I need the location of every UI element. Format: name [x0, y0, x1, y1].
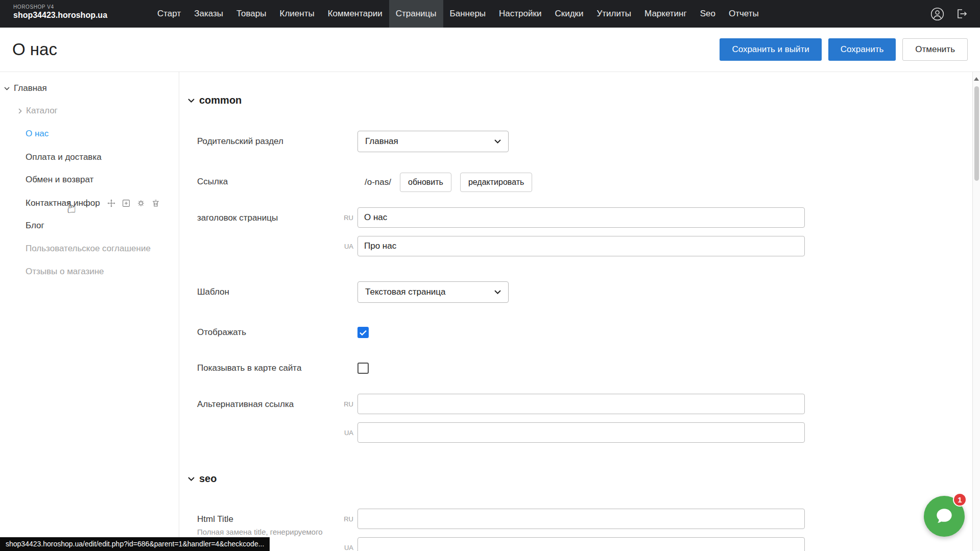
section-common[interactable]: common	[188, 94, 242, 106]
gear-icon[interactable]	[136, 199, 146, 208]
menu-item-utilities[interactable]: Утилиты	[590, 0, 638, 28]
menu-item-marketing[interactable]: Маркетинг	[638, 0, 694, 28]
check-icon	[360, 330, 367, 336]
menu-item-reports[interactable]: Отчеты	[722, 0, 766, 28]
link-preview-statusbar: shop34423.horoshop.ua/edit/edit.php?id=6…	[0, 537, 270, 551]
chevron-right-icon	[18, 108, 22, 114]
topbar-icons	[930, 0, 969, 28]
sitemap-label: Показывать в карте сайта	[197, 363, 301, 373]
template-label: Шаблон	[197, 287, 229, 297]
page-header: О нас Сохранить и выйти Сохранить Отмени…	[0, 28, 980, 72]
sidebar-item-label: Обмен и возврат	[26, 175, 93, 185]
menu-item-settings[interactable]: Настройки	[492, 0, 548, 28]
menu-item-pages[interactable]: Страницы	[389, 0, 443, 28]
save-button[interactable]: Сохранить	[828, 38, 896, 61]
chevron-down-icon	[188, 477, 195, 481]
chat-widget-button[interactable]: 1	[924, 496, 965, 537]
edit-link-button[interactable]: редактировать	[460, 173, 532, 192]
logout-icon[interactable]	[954, 7, 969, 21]
menu-item-seo[interactable]: Seo	[694, 0, 722, 28]
sidebar-item-glavnaya[interactable]: Главная	[4, 82, 47, 95]
sidebar-item-label: О нас	[26, 129, 49, 139]
page-title-label: заголовок страницы	[197, 213, 278, 223]
sidebar-item-label: Блог	[26, 221, 44, 231]
menu-item-start[interactable]: Старт	[151, 0, 187, 28]
chevron-down-icon	[4, 87, 10, 90]
chevron-down-icon	[188, 99, 195, 103]
lang-tag-ua: UA	[338, 429, 353, 437]
form-content: common Родительский раздел Главная Ссылк…	[179, 72, 972, 551]
sidebar-item-soglashenie[interactable]: Пользовательское соглашение	[26, 242, 151, 255]
refresh-link-button[interactable]: обновить	[400, 173, 451, 192]
chat-unread-badge: 1	[953, 493, 967, 507]
add-icon[interactable]	[122, 199, 131, 208]
template-select[interactable]: Текстовая страница	[357, 281, 509, 303]
sidebar-item-label: Главная	[14, 83, 47, 93]
html-title-ua-input[interactable]	[357, 537, 805, 551]
alt-link-ua-input[interactable]	[357, 422, 805, 443]
section-label: seo	[199, 473, 217, 485]
alt-link-label: Альтернативная ссылка	[197, 399, 294, 410]
sidebar-tree: Главная Каталог О нас Оплата и доставка …	[0, 72, 179, 551]
sidebar-item-kontaktnaya[interactable]: Контактная инфор	[26, 197, 160, 210]
chat-bubble-icon	[934, 506, 954, 526]
sidebar-item-o-nas[interactable]: О нас	[26, 127, 49, 140]
sidebar-item-label: Пользовательское соглашение	[26, 244, 151, 254]
display-label: Отображать	[197, 327, 246, 338]
lang-tag-ru: RU	[338, 400, 353, 408]
sidebar-item-obmen[interactable]: Обмен и возврат	[26, 173, 93, 186]
lang-tag-ru: RU	[338, 515, 353, 523]
html-title-label: Html Title	[197, 514, 233, 524]
scroll-up-arrow[interactable]	[974, 77, 979, 81]
save-and-exit-button[interactable]: Сохранить и выйти	[720, 38, 821, 61]
sidebar-item-label: Отзывы о магазине	[26, 267, 104, 277]
page-title-ua-input[interactable]	[357, 236, 805, 256]
lang-tag-ua: UA	[338, 243, 353, 250]
topbar: HOROSHOP V4 shop34423.horoshop.ua Старт …	[0, 0, 980, 28]
scrollbar-thumb[interactable]	[974, 86, 979, 181]
sitemap-checkbox[interactable]	[357, 363, 369, 374]
sidebar-item-label: Каталог	[26, 106, 58, 116]
page: HOROSHOP V4 shop34423.horoshop.ua Старт …	[0, 0, 980, 551]
parent-section-label: Родительский раздел	[197, 136, 283, 147]
menu-item-orders[interactable]: Заказы	[187, 0, 230, 28]
menu-item-discounts[interactable]: Скидки	[548, 0, 590, 28]
menu-item-banners[interactable]: Баннеры	[443, 0, 493, 28]
trash-icon[interactable]	[151, 199, 160, 208]
html-title-hint: Полная замена title, генерируемого	[197, 528, 323, 536]
html-title-ru-input[interactable]	[357, 509, 805, 529]
alt-link-ru-input[interactable]	[357, 394, 805, 414]
menu-item-clients[interactable]: Клиенты	[273, 0, 321, 28]
brand-version: HOROSHOP V4	[13, 4, 107, 10]
sidebar-item-actions	[107, 199, 160, 208]
brand[interactable]: HOROSHOP V4 shop34423.horoshop.ua	[13, 4, 107, 20]
section-label: common	[199, 94, 242, 106]
selected-value: Главная	[365, 136, 398, 147]
lang-tag-ua: UA	[338, 544, 353, 551]
link-row: /o-nas/ обновить редактировать	[357, 173, 532, 192]
main-menu: Старт Заказы Товары Клиенты Комментарии …	[151, 0, 766, 28]
sidebar-item-katalog[interactable]: Каталог	[18, 104, 58, 117]
page-title-ru-input[interactable]	[357, 207, 805, 228]
menu-item-products[interactable]: Товары	[230, 0, 273, 28]
sidebar-item-blog[interactable]: Блог	[26, 219, 44, 232]
sidebar-item-otzyvy[interactable]: Отзывы о магазине	[26, 265, 104, 278]
move-icon[interactable]	[107, 199, 116, 208]
vertical-scrollbar[interactable]	[972, 72, 980, 551]
selected-value: Текстовая страница	[365, 287, 446, 297]
link-label: Ссылка	[197, 177, 228, 187]
sidebar-item-label: Оплата и доставка	[26, 152, 102, 162]
menu-item-comments[interactable]: Комментарии	[321, 0, 389, 28]
chevron-down-icon	[494, 290, 501, 294]
sidebar-item-oplata[interactable]: Оплата и доставка	[26, 151, 102, 164]
brand-domain: shop34423.horoshop.ua	[13, 11, 107, 20]
sidebar-item-label: Контактная инфор	[26, 198, 100, 208]
link-path: /o-nas/	[357, 177, 391, 187]
lang-tag-ru: RU	[338, 214, 353, 222]
user-account-icon[interactable]	[930, 7, 944, 21]
page-title: О нас	[12, 40, 57, 59]
parent-section-select[interactable]: Главная	[357, 131, 509, 152]
section-seo[interactable]: seo	[188, 473, 217, 485]
cancel-button[interactable]: Отменить	[902, 38, 968, 61]
display-checkbox[interactable]	[357, 327, 369, 338]
